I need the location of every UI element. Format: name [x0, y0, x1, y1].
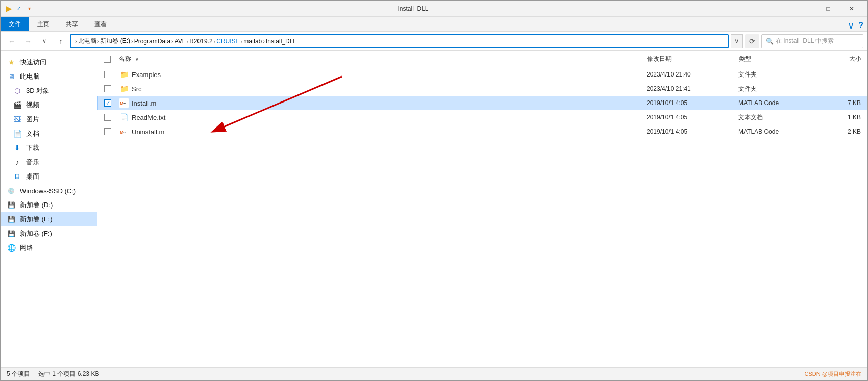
image-icon: 🖼	[13, 115, 22, 124]
check-uninstall-m[interactable]	[104, 128, 119, 135]
sidebar-label-docs: 文档	[26, 129, 39, 138]
sidebar-item-drive-c[interactable]: 💿 Windows-SSD (C:)	[1, 184, 97, 198]
app-icon-check: ✓	[15, 5, 23, 13]
check-install-m[interactable]: ✓	[104, 99, 119, 107]
sidebar-label-images: 图片	[26, 115, 39, 124]
ribbon-collapse-icon[interactable]: ∨	[848, 20, 854, 31]
refresh-button[interactable]: ⟳	[745, 34, 759, 48]
file-row-install-m[interactable]: ✓ M ᵐ Install.m 2019/10/1 4:05	[97, 96, 867, 110]
back-button[interactable]: ←	[5, 34, 19, 48]
sidebar-label-quick-access: 快速访问	[20, 58, 46, 67]
address-dropdown-button[interactable]: ∨	[731, 34, 743, 48]
sidebar-item-docs[interactable]: 📄 文档	[1, 126, 97, 141]
breadcrumb-item-0[interactable]: 此电脑	[78, 37, 96, 45]
breadcrumb-item-4[interactable]: R2019.2	[189, 38, 212, 45]
minimize-button[interactable]: —	[793, 1, 816, 17]
sidebar-item-video[interactable]: 🎬 视频	[1, 98, 97, 112]
help-icon[interactable]: ?	[858, 21, 863, 30]
forward-button[interactable]: →	[21, 34, 35, 48]
type-uninstall-m: MATLAB Code	[738, 128, 820, 135]
sidebar: ★ 快速访问 🖥 此电脑 ⬡ 3D 对象 🎬 视频 🖼 图片 📄 文档	[1, 51, 97, 367]
download-icon: ⬇	[13, 143, 22, 153]
app-icon-yellow: ▶	[5, 5, 13, 13]
sidebar-item-drive-d[interactable]: 💾 新加卷 (D:)	[1, 198, 97, 212]
up-button[interactable]: ↑	[54, 34, 68, 48]
check-examples[interactable]	[104, 71, 119, 78]
address-bar[interactable]: › 此电脑 › 新加卷 (E:) › ProgramData › AVL › R…	[70, 34, 729, 48]
maximize-button[interactable]: □	[816, 1, 840, 17]
tab-file[interactable]: 文件	[1, 17, 29, 31]
file-row-examples[interactable]: 📁 Examples 2023/4/10 21:40 文件夹	[97, 67, 867, 82]
header-type[interactable]: 类型	[739, 55, 821, 63]
window-title: Install_DLL	[33, 5, 793, 12]
breadcrumb-sep-0: ›	[75, 38, 77, 44]
sidebar-item-network[interactable]: 🌐 网络	[1, 241, 97, 255]
date-examples: 2023/4/10 21:40	[647, 71, 738, 78]
dropdown-nav-button[interactable]: ∨	[37, 34, 52, 48]
type-readme: 文本文档	[738, 113, 820, 122]
breadcrumb-item-2[interactable]: ProgramData	[134, 38, 170, 45]
filename-examples: Examples	[132, 71, 161, 79]
breadcrumb: › 此电脑 › 新加卷 (E:) › ProgramData › AVL › R…	[75, 37, 296, 45]
sidebar-label-video: 视频	[26, 100, 39, 110]
sidebar-item-downloads[interactable]: ⬇ 下载	[1, 141, 97, 155]
breadcrumb-item-5[interactable]: CRUISE	[216, 38, 239, 45]
sidebar-item-music[interactable]: ♪ 音乐	[1, 155, 97, 169]
name-label: 名称	[119, 55, 131, 63]
svg-text:ᵐ: ᵐ	[123, 131, 126, 134]
txt-icon-readme: 📄	[119, 113, 129, 122]
sidebar-item-this-pc[interactable]: 🖥 此电脑	[1, 69, 97, 84]
sidebar-item-drive-e[interactable]: 💾 新加卷 (E:)	[1, 212, 97, 226]
checkbox-src[interactable]	[104, 85, 111, 92]
checkbox-readme[interactable]	[104, 114, 111, 121]
breadcrumb-item-1[interactable]: 新加卷 (E:)	[100, 37, 130, 45]
filename-readme: ReadMe.txt	[132, 114, 165, 121]
star-icon: ★	[7, 58, 16, 67]
checkbox-examples[interactable]	[104, 71, 111, 78]
address-bar-row: ← → ∨ ↑ › 此电脑 › 新加卷 (E:) › ProgramData ›…	[1, 32, 867, 51]
breadcrumb-item-6[interactable]: matlab	[243, 38, 262, 45]
sidebar-label-network: 网络	[20, 243, 33, 252]
doc-icon: 📄	[13, 129, 22, 138]
file-row-uninstall-m[interactable]: M ᵐ Uninstall.m 2019/10/1 4:05 MATLAB Co…	[97, 124, 867, 139]
checkbox-uninstall-m[interactable]	[104, 128, 111, 135]
breadcrumb-sep-5: ›	[214, 38, 216, 44]
title-bar: ▶ ✓ ▾ Install_DLL — □ ✕	[1, 1, 867, 17]
main-area: ★ 快速访问 🖥 此电脑 ⬡ 3D 对象 🎬 视频 🖼 图片 📄 文档	[1, 51, 867, 367]
sidebar-item-drive-f[interactable]: 💾 新加卷 (F:)	[1, 226, 97, 241]
sort-arrow-icon: ∧	[135, 56, 139, 62]
checkbox-install-m[interactable]: ✓	[104, 99, 111, 107]
sidebar-item-quick-access[interactable]: ★ 快速访问	[1, 55, 97, 69]
item-count: 5 个项目	[7, 370, 30, 378]
sidebar-item-3d[interactable]: ⬡ 3D 对象	[1, 84, 97, 98]
breadcrumb-item-7[interactable]: Install_DLL	[266, 38, 296, 45]
file-row-src[interactable]: 📁 Src 2023/4/10 21:41 文件夹	[97, 82, 867, 96]
sidebar-label-this-pc: 此电脑	[20, 72, 40, 81]
date-uninstall-m: 2019/10/1 4:05	[647, 128, 738, 135]
desktop-icon: 🖥	[13, 172, 22, 181]
check-readme[interactable]	[104, 114, 119, 121]
header-name[interactable]: 名称 ∧	[119, 55, 647, 63]
file-row-readme[interactable]: 📄 ReadMe.txt 2019/10/1 4:05 文本文档 1 KB	[97, 110, 867, 124]
tab-share[interactable]: 共享	[58, 17, 86, 31]
sidebar-label-desktop: 桌面	[26, 172, 39, 181]
close-button[interactable]: ✕	[840, 1, 863, 17]
title-bar-icons: ▶ ✓ ▾	[5, 5, 33, 13]
drive-e-icon: 💾	[7, 215, 16, 224]
tab-view[interactable]: 查看	[86, 17, 115, 31]
breadcrumb-item-3[interactable]: AVL	[175, 38, 186, 45]
header-size[interactable]: 大小	[821, 55, 861, 63]
name-examples: 📁 Examples	[119, 70, 647, 79]
sidebar-item-desktop[interactable]: 🖥 桌面	[1, 169, 97, 184]
select-all-checkbox[interactable]	[104, 56, 111, 63]
status-left: 5 个项目 选中 1 个项目 6.23 KB	[7, 370, 99, 378]
tab-home[interactable]: 主页	[29, 17, 58, 31]
date-install-m: 2019/10/1 4:05	[647, 99, 738, 107]
breadcrumb-sep-1: ›	[97, 38, 100, 44]
sidebar-label-drive-f: 新加卷 (F:)	[20, 229, 52, 238]
header-check[interactable]	[104, 56, 119, 63]
header-date[interactable]: 修改日期	[647, 55, 739, 63]
check-src[interactable]	[104, 85, 119, 92]
sidebar-item-images[interactable]: 🖼 图片	[1, 112, 97, 126]
search-bar[interactable]: 🔍 在 Install_DLL 中搜索	[761, 34, 863, 48]
